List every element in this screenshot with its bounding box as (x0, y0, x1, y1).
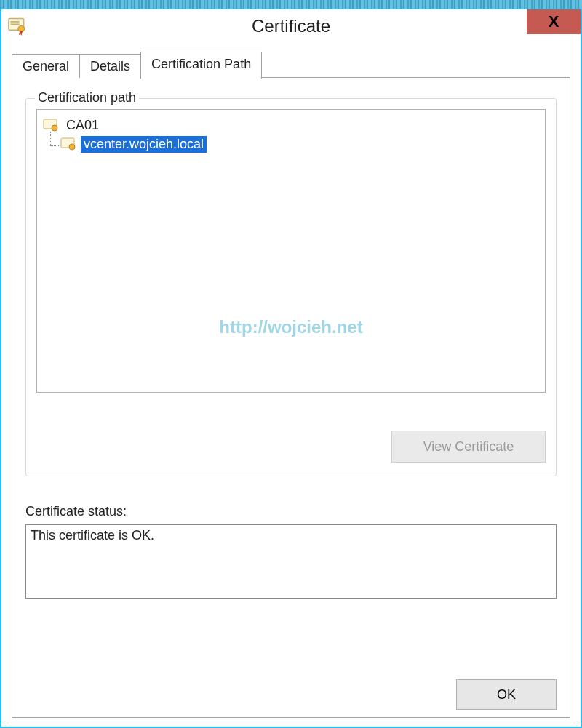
tree-line (50, 145, 60, 146)
certificate-status-text: This certificate is OK. (31, 528, 154, 543)
certificate-status-label: Certificate status: (25, 504, 127, 519)
tree-item-label-selected: vcenter.wojcieh.local (81, 136, 207, 153)
certificate-icon (43, 119, 59, 132)
svg-point-7 (69, 144, 75, 150)
tab-certification-path[interactable]: Certification Path (140, 52, 262, 79)
close-icon: X (549, 14, 559, 30)
certificate-window: Certificate X General Details Certificat… (1, 9, 581, 727)
tree-line (50, 132, 51, 146)
certificate-icon (60, 137, 76, 151)
tab-strip: General Details Certification Path (12, 52, 570, 78)
certificate-status-box: This certificate is OK. (25, 524, 557, 599)
certificate-icon (7, 16, 28, 36)
close-button[interactable]: X (527, 9, 581, 34)
groupbox-label: Certification path (35, 90, 139, 105)
svg-rect-1 (10, 21, 19, 23)
svg-point-5 (52, 125, 57, 131)
content-area: General Details Certification Path Certi… (12, 52, 570, 718)
tree-item-child[interactable]: vcenter.wojcieh.local (60, 135, 539, 153)
certification-path-group: Certification path CA01 (25, 98, 557, 476)
tab-panel-certification-path: Certification path CA01 (12, 77, 570, 718)
ok-button[interactable]: OK (456, 679, 557, 710)
certification-path-tree[interactable]: CA01 vcenter.wojcieh.local http://wojcie… (36, 109, 546, 393)
tab-details[interactable]: Details (79, 54, 141, 78)
watermark-text: http://wojcieh.net (37, 317, 545, 337)
title-bar: Certificate X (1, 9, 581, 43)
view-certificate-button: View Certificate (391, 431, 546, 463)
tree-item-root[interactable]: CA01 (43, 116, 539, 135)
window-title: Certificate (252, 16, 330, 36)
svg-rect-2 (10, 24, 19, 25)
svg-point-3 (18, 25, 25, 32)
obscured-background (0, 0, 582, 9)
tab-general[interactable]: General (12, 54, 80, 78)
tree-item-label: CA01 (63, 117, 102, 134)
